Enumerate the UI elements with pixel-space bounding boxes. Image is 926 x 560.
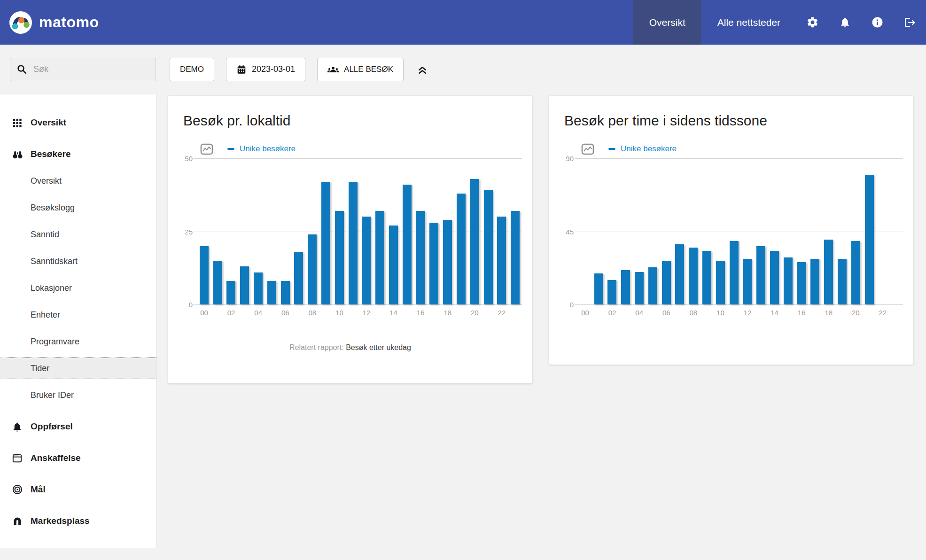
bar-hour-14 xyxy=(770,251,779,304)
legend-dash xyxy=(608,148,615,150)
sidebar: OversiktBesøkereOversiktBesøksloggSannti… xyxy=(0,94,157,548)
gridline xyxy=(575,304,903,305)
related-report: Relatert rapport: Besøk etter ukedag xyxy=(182,343,518,352)
bar-hour-09 xyxy=(702,251,711,304)
sidebar-item-lokasjoner[interactable]: Lokasjoner xyxy=(0,277,156,299)
site-selector-button[interactable]: DEMO xyxy=(170,58,214,81)
sidebar-item-programvare[interactable]: Programvare xyxy=(0,331,156,352)
search-box[interactable] xyxy=(10,58,156,81)
sidebar-item-label: Besøkslogg xyxy=(31,203,75,213)
legend-label[interactable]: Unike besøkere xyxy=(240,144,296,154)
x-axis-tick-label: 20 xyxy=(849,309,863,317)
plot-area: 04590 xyxy=(578,158,903,304)
logout-icon[interactable] xyxy=(894,0,926,45)
sidebar-item-sanntidskart[interactable]: Sanntidskart xyxy=(0,250,156,272)
sidebar-item-besokslogg[interactable]: Besøkslogg xyxy=(0,197,156,218)
info-icon[interactable] xyxy=(861,0,894,45)
export-image-icon[interactable] xyxy=(581,143,594,155)
x-axis-tick-label: 02 xyxy=(606,309,619,317)
bar-hour-17 xyxy=(810,259,819,304)
sidebar-item-label: Anskaffelse xyxy=(31,453,81,463)
toolbar: DEMO 2023-03-01 ALLE BESØK xyxy=(0,45,926,94)
sidebar-item-besokere[interactable]: Besøkere xyxy=(0,143,156,165)
gridline xyxy=(194,304,522,305)
binoculars-icon xyxy=(12,148,23,160)
segment-label: ALLE BESØK xyxy=(344,65,393,74)
related-report-link[interactable]: Besøk etter ukedag xyxy=(346,343,411,351)
bar-hour-05 xyxy=(267,281,276,304)
sidebar-item-label: Sanntidskart xyxy=(31,257,78,266)
bell-icon[interactable] xyxy=(829,0,861,45)
calendar-icon xyxy=(236,64,247,75)
date-picker-button[interactable]: 2023-03-01 xyxy=(226,58,305,81)
x-axis-tick-label: 14 xyxy=(768,309,781,317)
brand-name: matomo xyxy=(39,14,99,31)
bar-hour-00 xyxy=(200,246,209,304)
bar-hour-20 xyxy=(851,241,860,304)
chart-besok-pr-lokaltid: Unike besøkere02550000204060810121416182… xyxy=(182,142,518,319)
legend-label[interactable]: Unike besøkere xyxy=(621,144,677,154)
card-title: Besøk per time i sidens tidssone xyxy=(564,113,899,129)
sidebar-item-tider[interactable]: Tider xyxy=(0,358,156,379)
x-axis-tick-label: 16 xyxy=(795,309,809,317)
sidebar-item-oversikt[interactable]: Oversikt xyxy=(0,170,156,192)
bar-hour-04 xyxy=(254,272,263,304)
sidebar-item-oversikt[interactable]: Oversikt xyxy=(0,112,156,133)
bar-hour-19 xyxy=(838,259,847,304)
bar-hour-14 xyxy=(389,226,398,304)
bar-hour-06 xyxy=(281,281,290,304)
sidebar-item-bruker-ider[interactable]: Bruker IDer xyxy=(0,384,156,406)
tab-oversikt[interactable]: Oversikt xyxy=(633,0,701,45)
x-axis-tick-label: 08 xyxy=(305,309,319,317)
sidebar-item-markedsplass[interactable]: Markedsplass xyxy=(0,510,156,532)
bar-hour-11 xyxy=(349,182,358,304)
bar-hour-13 xyxy=(756,246,765,304)
bar-hour-11 xyxy=(730,241,739,304)
bar-hour-13 xyxy=(375,211,384,304)
sidebar-item-label: Enheter xyxy=(31,310,60,320)
x-axis-tick-label: 14 xyxy=(387,309,400,317)
chart-wrap: Unike besøkere02550000204060810121416182… xyxy=(197,142,522,319)
window-icon xyxy=(12,453,23,464)
sidebar-item-label: Tider xyxy=(31,364,49,373)
double-chevron-up-icon xyxy=(416,63,429,76)
tab-alle-nettsteder[interactable]: Alle nettsteder xyxy=(701,0,796,45)
x-axis-tick-label: 04 xyxy=(251,309,265,317)
x-axis-tick-label: 16 xyxy=(414,309,428,317)
sidebar-item-mal[interactable]: Mål xyxy=(0,479,156,500)
sidebar-menu: OversiktBesøkereOversiktBesøksloggSannti… xyxy=(0,112,156,532)
sidebar-item-oppforsel[interactable]: Oppførsel xyxy=(0,416,156,437)
bar-hour-02 xyxy=(607,280,616,304)
sidebar-item-sanntid[interactable]: Sanntid xyxy=(0,224,156,245)
navbar: matomo Oversikt Alle nettsteder xyxy=(0,0,926,45)
x-axis-tick-label: 04 xyxy=(632,309,646,317)
gear-icon[interactable] xyxy=(796,0,829,45)
search-icon xyxy=(16,64,27,75)
collapse-toolbar-button[interactable] xyxy=(416,63,429,76)
visitors-group-icon xyxy=(327,64,339,75)
bar-hour-12 xyxy=(743,259,752,304)
bar-hour-01 xyxy=(213,261,222,304)
bar-hour-10 xyxy=(716,261,725,304)
segment-button[interactable]: ALLE BESØK xyxy=(317,58,404,81)
sidebar-item-anskaffelse[interactable]: Anskaffelse xyxy=(0,447,156,469)
search-input[interactable] xyxy=(32,64,149,75)
card-besok-per-time-tidssone: Besøk per time i sidens tidssone Unike b… xyxy=(549,96,913,365)
main-content: Besøk pr. lokaltid Unike besøkere0255000… xyxy=(168,96,913,383)
bar-hour-16 xyxy=(797,262,806,304)
export-image-icon[interactable] xyxy=(200,143,213,155)
x-axis-tick-label: 18 xyxy=(822,309,835,317)
bar-hour-05 xyxy=(648,267,657,304)
sidebar-item-enheter[interactable]: Enheter xyxy=(0,304,156,326)
bar-hour-07 xyxy=(675,244,684,304)
marketplace-icon xyxy=(12,515,23,527)
matomo-logo[interactable]: matomo xyxy=(0,11,99,34)
bar-hour-08 xyxy=(689,248,698,304)
chart-legend: Unike besøkere xyxy=(578,142,903,156)
sidebar-item-label: Oversikt xyxy=(31,117,66,128)
y-axis-tick-label: 0 xyxy=(176,301,193,309)
sidebar-item-label: Lokasjoner xyxy=(31,283,72,293)
matomo-logo-icon xyxy=(9,11,32,34)
grid-icon xyxy=(12,117,23,128)
gridline xyxy=(194,158,522,159)
